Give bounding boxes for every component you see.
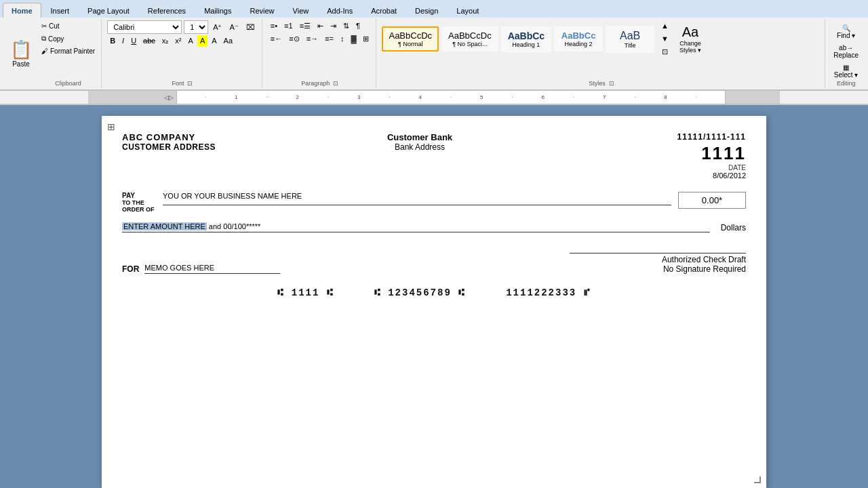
- tab-view[interactable]: View: [284, 3, 318, 18]
- bold-button[interactable]: B: [107, 35, 118, 47]
- memo-label: FOR: [122, 264, 139, 274]
- tab-acrobat[interactable]: Acrobat: [362, 3, 406, 18]
- company-address: CUSTOMER ADDRESS: [122, 142, 216, 152]
- micr-account: 1111222333 ⑈: [506, 287, 590, 298]
- styles-more-button[interactable]: ⊡: [658, 46, 671, 58]
- align-center-button[interactable]: ≡⊙: [286, 33, 302, 45]
- style-heading2-button[interactable]: AaBbCc Heading 2: [554, 26, 603, 52]
- tab-home[interactable]: Home: [3, 3, 41, 18]
- payee-name[interactable]: YOU OR YOUR BUSINESS NAME HERE: [163, 192, 671, 205]
- auth-line2: No Signature Required: [570, 264, 746, 274]
- align-right-button[interactable]: ≡→: [304, 33, 321, 45]
- borders-button[interactable]: ⊞: [360, 33, 372, 45]
- highlight-color-button[interactable]: A: [197, 35, 208, 47]
- style-no-spacing-button[interactable]: AaBbCcDc ¶ No Spaci...: [441, 26, 498, 52]
- copy-button[interactable]: ⧉ Copy: [38, 33, 98, 45]
- amount-words-highlight[interactable]: ENTER AMOUNT HERE: [122, 222, 207, 230]
- date-label: DATE: [728, 164, 746, 171]
- shading-button[interactable]: ▓: [348, 33, 359, 45]
- memo-section: FOR MEMO GOES HERE: [122, 264, 280, 274]
- styles-scroll-up-button[interactable]: ▲: [658, 20, 671, 32]
- numbering-button[interactable]: ≡1: [281, 20, 296, 32]
- bank-info: Customer Bank Bank Address: [387, 132, 452, 152]
- ruler: ◁▷ ·1·2·3·4·5·6·7·8·: [0, 91, 868, 104]
- date-value: 8/06/2012: [713, 171, 746, 180]
- amount-words-line: ENTER AMOUNT HERE and 00/100*****: [122, 222, 710, 232]
- style-title-button[interactable]: AaB Title: [606, 26, 654, 53]
- amount-words-section: ENTER AMOUNT HERE and 00/100***** Dollar…: [122, 222, 746, 232]
- paper-control-icon[interactable]: ⊞: [107, 121, 115, 132]
- clear-formatting-button[interactable]: ⌧: [243, 22, 258, 33]
- paste-button[interactable]: 📋 Paste: [5, 20, 37, 87]
- tab-insert[interactable]: Insert: [42, 3, 79, 18]
- auth-text: Authorized Check Draft No Signature Requ…: [570, 253, 746, 274]
- select-button[interactable]: ▦ Select ▾: [831, 62, 861, 80]
- format-painter-icon: 🖌: [41, 47, 48, 55]
- increase-indent-button[interactable]: ⇥: [328, 20, 339, 32]
- text-effects-button[interactable]: A: [209, 35, 219, 47]
- find-icon: 🔍: [842, 24, 850, 32]
- tab-layout[interactable]: Layout: [448, 3, 488, 18]
- bullets-button[interactable]: ≡•: [268, 20, 280, 32]
- company-info: ABC COMPANY CUSTOMER ADDRESS: [122, 132, 216, 152]
- bank-name: Customer Bank: [387, 132, 452, 142]
- tab-review[interactable]: Review: [241, 3, 283, 18]
- tab-add-ins[interactable]: Add-Ins: [318, 3, 361, 18]
- pay-label: PAY TO THE ORDER OF: [122, 192, 156, 213]
- sort-button[interactable]: ⇅: [340, 20, 352, 32]
- pay-section: PAY TO THE ORDER OF YOU OR YOUR BUSINESS…: [122, 192, 746, 213]
- tab-page-layout[interactable]: Page Layout: [79, 3, 138, 18]
- font-group: Calibri 11 A⁺ A⁻ ⌧ B I U abc x₂ x² A A A…: [103, 19, 262, 88]
- select-icon: ▦: [843, 64, 849, 71]
- superscript-button[interactable]: x²: [172, 35, 184, 47]
- cut-icon: ✂: [41, 22, 47, 30]
- clipboard-group: 📋 Paste ✂ Cut ⧉ Copy 🖌 Format Painter Cl…: [3, 19, 102, 88]
- copy-icon: ⧉: [41, 35, 46, 43]
- tab-bar: Home Insert Page Layout References Maili…: [0, 0, 868, 18]
- memo-line[interactable]: MEMO GOES HERE: [144, 264, 280, 274]
- cut-button[interactable]: ✂ Cut: [38, 20, 98, 32]
- align-left-button[interactable]: ≡←: [268, 33, 285, 45]
- change-case-button[interactable]: Aa: [221, 35, 235, 47]
- increase-font-size-button[interactable]: A⁺: [210, 22, 224, 33]
- tab-mailings[interactable]: Mailings: [195, 3, 240, 18]
- replace-icon: ab→: [839, 44, 853, 52]
- style-normal-button[interactable]: AaBbCcDc ¶ Normal: [382, 26, 439, 52]
- italic-button[interactable]: I: [119, 35, 127, 47]
- format-painter-button[interactable]: 🖌 Format Painter: [38, 45, 98, 57]
- check-number-area: 11111/1111-111 1111 DATE 8/06/2012: [624, 132, 746, 180]
- paragraph-group: ≡• ≡1 ≡☰ ⇤ ⇥ ⇅ ¶ ≡← ≡⊙ ≡→ ≡= ↕ ▓ ⊞ Parag…: [264, 19, 377, 88]
- font-group-label: Font ⊡: [107, 80, 258, 87]
- show-hide-button[interactable]: ¶: [353, 20, 363, 32]
- decrease-font-size-button[interactable]: A⁻: [226, 22, 241, 33]
- payee-line: YOU OR YOUR BUSINESS NAME HERE: [163, 192, 671, 205]
- font-size-selector[interactable]: 11: [184, 20, 208, 34]
- line-spacing-button[interactable]: ↕: [338, 33, 347, 45]
- editing-group: 🔍 Find ▾ ab→ Replace ▦ Select ▾ Editing: [827, 19, 865, 88]
- style-heading1-button[interactable]: AaBbCc Heading 1: [501, 26, 551, 52]
- subscript-button[interactable]: x₂: [159, 35, 172, 47]
- styles-scroll-down-button[interactable]: ▼: [658, 33, 671, 45]
- paper-resize-handle[interactable]: [754, 476, 761, 483]
- ribbon: 📋 Paste ✂ Cut ⧉ Copy 🖌 Format Painter Cl…: [0, 18, 868, 91]
- styles-group: AaBbCcDc ¶ Normal AaBbCcDc ¶ No Spaci...…: [378, 19, 825, 88]
- bank-address: Bank Address: [387, 142, 452, 152]
- paragraph-group-label: Paragraph ⊡: [268, 80, 372, 87]
- underline-button[interactable]: U: [128, 35, 139, 47]
- amount-box[interactable]: 0.00*: [678, 192, 746, 209]
- strikethrough-button[interactable]: abc: [140, 35, 158, 47]
- paper: ⊞ ABC COMPANY CUSTOMER ADDRESS Customer …: [102, 116, 766, 488]
- signature-section: FOR MEMO GOES HERE Authorized Check Draf…: [122, 253, 746, 274]
- find-button[interactable]: 🔍 Find ▾: [831, 23, 861, 41]
- amount-words-rest: and 00/100*****: [207, 222, 261, 230]
- font-color-selector-button[interactable]: A: [186, 35, 196, 47]
- tab-references[interactable]: References: [139, 3, 195, 18]
- micr-line: ⑆ 1111 ⑆ ⑆ 123456789 ⑆ 1111222333 ⑈: [122, 287, 746, 298]
- font-name-selector[interactable]: Calibri: [107, 20, 182, 34]
- change-styles-button[interactable]: Aa ChangeStyles ▾: [674, 21, 707, 57]
- multilevel-list-button[interactable]: ≡☰: [297, 20, 313, 32]
- tab-design[interactable]: Design: [406, 3, 447, 18]
- replace-button[interactable]: ab→ Replace: [831, 43, 861, 60]
- decrease-indent-button[interactable]: ⇤: [315, 20, 326, 32]
- justify-button[interactable]: ≡=: [322, 33, 336, 45]
